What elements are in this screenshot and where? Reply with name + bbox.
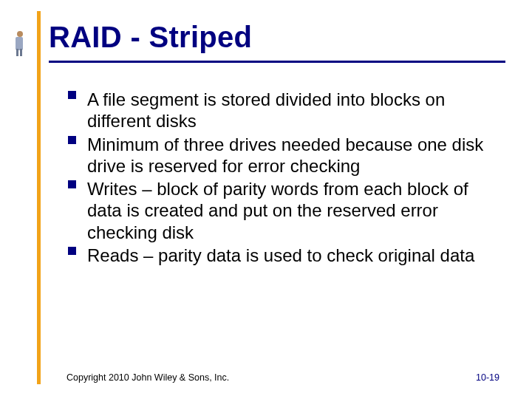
slide-body: A file segment is stored divided into bl… [66,89,494,267]
vertical-accent-bar [37,11,41,384]
copyright-text: Copyright 2010 John Wiley & Sons, Inc. [66,372,229,383]
bullet-square-icon [68,247,76,255]
bullet-item: Reads – parity data is used to check ori… [66,245,494,266]
bullet-item: A file segment is stored divided into bl… [66,89,494,132]
bullet-item: Writes – block of parity words from each… [66,178,494,243]
bullet-list: A file segment is stored divided into bl… [66,89,494,266]
bullet-square-icon [68,136,76,144]
title-underline [49,61,505,63]
bullet-item: Minimum of three drives needed because o… [66,134,494,177]
mascot-figure-icon [11,30,27,59]
bullet-text: A file segment is stored divided into bl… [87,89,445,131]
bullet-text: Minimum of three drives needed because o… [87,134,483,176]
bullet-square-icon [68,180,76,188]
slide: RAID - Striped A file segment is stored … [0,0,532,399]
bullet-text: Writes – block of parity words from each… [87,179,468,242]
page-number: 10-19 [476,372,499,383]
slide-title: RAID - Striped [49,21,252,54]
bullet-text: Reads – parity data is used to check ori… [87,245,474,265]
bullet-square-icon [68,91,76,99]
